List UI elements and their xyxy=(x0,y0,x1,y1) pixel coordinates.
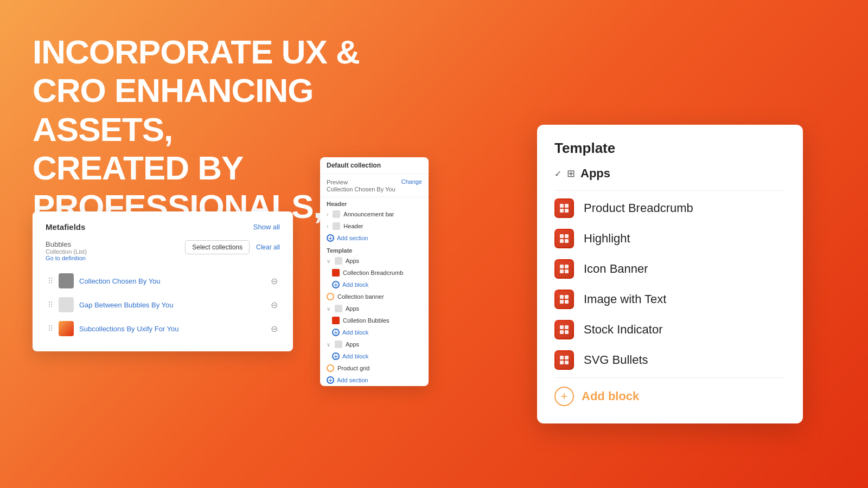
theme-change-link[interactable]: Change xyxy=(401,178,422,185)
add-block-label: Add block xyxy=(582,389,639,403)
app-icon-1 xyxy=(554,229,574,248)
apps-chevron-icon: ✓ xyxy=(554,169,561,179)
add-section-label-1: Add section xyxy=(337,235,368,241)
theme-collection-breadcrumb[interactable]: Collection Breadcrumb xyxy=(320,267,429,279)
chevron-icon-1: › xyxy=(327,223,328,229)
drag-handle-1: ⠿ xyxy=(48,300,53,309)
svg-rect-13 xyxy=(565,295,569,299)
template-panel: Template ✓ ⊞ Apps Product Breadcrumb Hi xyxy=(537,125,803,423)
metafields-label-row: Bubbles Collection (List) Go to definiti… xyxy=(46,240,280,261)
item-thumb-1 xyxy=(59,297,74,312)
add-block-btn-3[interactable]: + Add block xyxy=(320,350,429,362)
apps-section: ✓ ⊞ Apps xyxy=(554,166,786,181)
apps-label-1: Apps xyxy=(346,258,359,264)
collection-breadcrumb-label: Collection Breadcrumb xyxy=(343,269,403,276)
theme-icon-2 xyxy=(335,257,342,265)
hero-line1: INCORPORATE UX & CRO ENHANCING ASSETS, xyxy=(33,33,360,148)
template-item-label-4: Stock Indicator xyxy=(584,323,663,337)
theme-apps-2[interactable]: ∨ Apps xyxy=(320,303,429,314)
collection-item-0[interactable]: ⠿ Collection Chosen By You ⊖ xyxy=(46,269,280,293)
collections-controls: Select collections Clear all xyxy=(185,240,280,254)
add-section-btn-1[interactable]: + Add section xyxy=(320,232,429,244)
template-item-label-1: Highlight xyxy=(584,232,630,246)
svg-rect-6 xyxy=(560,239,564,243)
product-grid-label: Product grid xyxy=(337,365,369,371)
divider-1 xyxy=(554,190,786,191)
svg-rect-12 xyxy=(560,295,564,299)
add-circle-icon-5: + xyxy=(327,376,334,384)
collection-item-1[interactable]: ⠿ Gap Between Bubbles By You ⊖ xyxy=(46,293,280,317)
clear-all-link[interactable]: Clear all xyxy=(256,243,280,251)
svg-rect-5 xyxy=(565,234,569,238)
template-item-label-3: Image with Text xyxy=(584,292,666,306)
add-block-btn-2[interactable]: + Add block xyxy=(320,326,429,338)
svg-rect-16 xyxy=(560,325,564,329)
apps-section-label: Apps xyxy=(580,166,610,181)
svg-rect-1 xyxy=(565,204,569,208)
add-section-btn-2[interactable]: + Add section xyxy=(320,374,429,386)
item-remove-1[interactable]: ⊖ xyxy=(271,300,278,310)
metafields-go[interactable]: Go to definition xyxy=(46,255,87,261)
drag-handle-0: ⠿ xyxy=(48,277,53,285)
theme-editor-panel: Default collection Preview Change Collec… xyxy=(320,157,429,386)
svg-rect-0 xyxy=(560,204,564,208)
collection-item-2[interactable]: ⠿ Subcollections By Uxify For You ⊖ xyxy=(46,317,280,341)
add-block-row[interactable]: + Add block xyxy=(554,380,786,406)
add-block-label-3: Add block xyxy=(342,353,368,359)
svg-rect-9 xyxy=(565,265,569,268)
app-icon-3 xyxy=(554,290,574,309)
template-item-label-0: Product Breadcrumb xyxy=(584,201,693,215)
product-grid-icon xyxy=(327,364,334,372)
collection-item-label-2: Subcollections By Uxify For You xyxy=(79,325,179,333)
theme-announcement-bar[interactable]: › Announcement bar xyxy=(320,208,429,220)
app-icon-4 xyxy=(554,320,574,339)
theme-apps-3[interactable]: ∨ Apps xyxy=(320,338,429,350)
theme-product-grid[interactable]: Product grid xyxy=(320,362,429,374)
svg-rect-3 xyxy=(565,209,569,213)
add-block-label-2: Add block xyxy=(342,329,368,336)
app-icon-2 xyxy=(554,259,574,279)
apps-grid-icon: ⊞ xyxy=(567,168,575,179)
svg-rect-4 xyxy=(560,234,564,238)
svg-rect-23 xyxy=(565,361,569,364)
theme-header-item[interactable]: › Header xyxy=(320,220,429,232)
template-item-1[interactable]: Highlight xyxy=(554,223,786,254)
collection-items-list: ⠿ Collection Chosen By You ⊖ ⠿ Gap Betwe… xyxy=(46,269,280,341)
svg-rect-21 xyxy=(565,356,569,359)
theme-icon-3 xyxy=(335,305,342,312)
theme-preview-section: Preview Change Collection Chosen By You xyxy=(320,174,429,197)
theme-collection-bubbles[interactable]: Colletion Bubbles xyxy=(320,314,429,326)
theme-collection-banner[interactable]: Collection banner xyxy=(320,291,429,303)
add-block-btn-1[interactable]: + Add block xyxy=(320,279,429,291)
metafields-sublabel: Collection (List) xyxy=(46,248,87,255)
add-section-label-2: Add section xyxy=(337,377,368,383)
item-remove-0[interactable]: ⊖ xyxy=(271,276,278,286)
collection-banner-icon xyxy=(327,293,334,300)
template-item-label-2: Icon Banner xyxy=(584,262,648,276)
chevron-icon-3: ∨ xyxy=(327,306,330,312)
metafields-header: Metafields Show all xyxy=(46,222,280,232)
select-collections-button[interactable]: Select collections xyxy=(185,240,250,254)
app-icon-5 xyxy=(554,350,574,370)
drag-handle-2: ⠿ xyxy=(48,324,53,333)
add-block-circle-icon: + xyxy=(554,387,574,406)
item-remove-2[interactable]: ⊖ xyxy=(271,324,278,334)
header-label: Header xyxy=(343,223,363,229)
show-all-link[interactable]: Show all xyxy=(253,223,280,231)
chevron-icon-0: › xyxy=(327,211,328,217)
theme-apps-1[interactable]: ∨ Apps xyxy=(320,255,429,267)
template-item-2[interactable]: Icon Banner xyxy=(554,254,786,284)
theme-preview-label: Preview xyxy=(327,179,348,185)
metafields-label: Bubbles xyxy=(46,240,87,248)
theme-icon-4 xyxy=(335,341,342,348)
template-item-5[interactable]: SVG Bullets xyxy=(554,345,786,375)
svg-rect-18 xyxy=(560,330,564,334)
template-item-0[interactable]: Product Breadcrumb xyxy=(554,193,786,223)
svg-rect-20 xyxy=(560,356,564,359)
template-item-4[interactable]: Stock Indicator xyxy=(554,314,786,345)
template-panel-title: Template xyxy=(554,140,786,157)
template-item-3[interactable]: Image with Text xyxy=(554,284,786,314)
theme-icon-red-1 xyxy=(332,317,340,324)
chevron-icon-4: ∨ xyxy=(327,342,330,348)
theme-default-collection: Default collection xyxy=(327,162,381,169)
